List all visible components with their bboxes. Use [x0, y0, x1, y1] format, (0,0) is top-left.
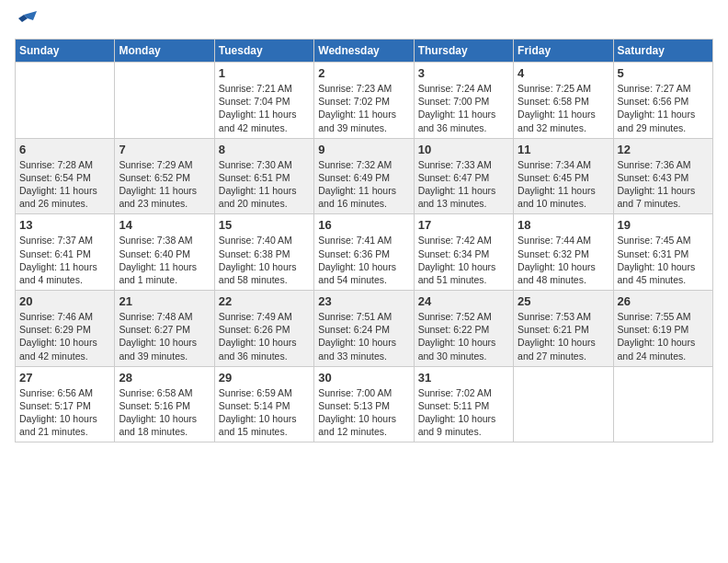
day-info: Sunrise: 7:28 AMSunset: 6:54 PMDaylight:… [19, 158, 110, 211]
calendar-day-header: Tuesday [214, 40, 313, 63]
day-number: 23 [318, 294, 409, 308]
calendar-cell: 5Sunrise: 7:27 AMSunset: 6:56 PMDaylight… [613, 63, 712, 139]
day-info: Sunrise: 7:23 AMSunset: 7:02 PMDaylight:… [318, 82, 409, 134]
calendar-cell: 7Sunrise: 7:29 AMSunset: 6:52 PMDaylight… [115, 138, 214, 214]
logo [15, 15, 37, 28]
day-info: Sunrise: 7:44 AMSunset: 6:32 PMDaylight:… [518, 234, 609, 286]
calendar-day-header: Monday [115, 40, 214, 63]
day-number: 10 [418, 143, 509, 156]
day-number: 31 [418, 371, 509, 385]
day-info: Sunrise: 7:02 AMSunset: 5:11 PMDaylight:… [418, 386, 509, 439]
day-number: 15 [219, 218, 310, 232]
day-number: 1 [219, 66, 310, 80]
day-number: 19 [618, 218, 709, 232]
calendar-cell: 26Sunrise: 7:55 AMSunset: 6:19 PMDayligh… [613, 291, 712, 367]
day-number: 21 [119, 294, 210, 308]
calendar-cell: 11Sunrise: 7:34 AMSunset: 6:45 PMDayligh… [514, 138, 613, 214]
day-number: 24 [418, 294, 509, 308]
day-info: Sunrise: 7:34 AMSunset: 6:45 PMDaylight:… [518, 158, 609, 211]
calendar-cell: 6Sunrise: 7:28 AMSunset: 6:54 PMDaylight… [16, 138, 115, 214]
calendar-day-header: Sunday [16, 40, 115, 63]
calendar-cell: 14Sunrise: 7:38 AMSunset: 6:40 PMDayligh… [115, 214, 214, 291]
day-number: 5 [618, 66, 709, 80]
day-number: 14 [119, 218, 210, 232]
day-info: Sunrise: 7:37 AMSunset: 6:41 PMDaylight:… [19, 234, 110, 286]
day-info: Sunrise: 7:55 AMSunset: 6:19 PMDaylight:… [618, 310, 709, 362]
calendar-cell: 18Sunrise: 7:44 AMSunset: 6:32 PMDayligh… [514, 214, 613, 291]
calendar-cell: 21Sunrise: 7:48 AMSunset: 6:27 PMDayligh… [115, 291, 214, 367]
day-number: 16 [318, 218, 409, 232]
calendar-cell: 3Sunrise: 7:24 AMSunset: 7:00 PMDaylight… [414, 63, 513, 139]
day-info: Sunrise: 7:00 AMSunset: 5:13 PMDaylight:… [318, 386, 409, 439]
day-info: Sunrise: 7:41 AMSunset: 6:36 PMDaylight:… [318, 234, 409, 286]
calendar-cell [115, 63, 214, 139]
day-number: 7 [119, 143, 210, 156]
day-number: 27 [19, 371, 110, 385]
day-info: Sunrise: 7:48 AMSunset: 6:27 PMDaylight:… [119, 310, 210, 362]
day-number: 29 [219, 371, 310, 385]
day-info: Sunrise: 7:45 AMSunset: 6:31 PMDaylight:… [618, 234, 709, 286]
day-number: 17 [418, 218, 509, 232]
page-header [15, 15, 713, 28]
calendar-week-row: 13Sunrise: 7:37 AMSunset: 6:41 PMDayligh… [16, 214, 713, 291]
day-info: Sunrise: 6:59 AMSunset: 5:14 PMDaylight:… [219, 386, 310, 439]
calendar-cell: 23Sunrise: 7:51 AMSunset: 6:24 PMDayligh… [314, 291, 414, 367]
calendar-week-row: 20Sunrise: 7:46 AMSunset: 6:29 PMDayligh… [16, 291, 713, 367]
day-info: Sunrise: 6:56 AMSunset: 5:17 PMDaylight:… [19, 386, 110, 439]
calendar-cell: 2Sunrise: 7:23 AMSunset: 7:02 PMDaylight… [314, 63, 414, 139]
day-info: Sunrise: 7:21 AMSunset: 7:04 PMDaylight:… [219, 82, 310, 134]
calendar-day-header: Saturday [613, 40, 712, 63]
logo-bird-icon [17, 11, 37, 31]
day-info: Sunrise: 7:30 AMSunset: 6:51 PMDaylight:… [219, 158, 310, 211]
calendar-cell: 20Sunrise: 7:46 AMSunset: 6:29 PMDayligh… [16, 291, 115, 367]
calendar-table: SundayMondayTuesdayWednesdayThursdayFrid… [15, 39, 713, 442]
calendar-cell: 22Sunrise: 7:49 AMSunset: 6:26 PMDayligh… [214, 291, 313, 367]
calendar-cell: 9Sunrise: 7:32 AMSunset: 6:49 PMDaylight… [314, 138, 414, 214]
day-number: 30 [318, 371, 409, 385]
day-number: 11 [518, 143, 609, 156]
day-number: 18 [518, 218, 609, 232]
day-info: Sunrise: 7:32 AMSunset: 6:49 PMDaylight:… [318, 158, 409, 211]
calendar-day-header: Thursday [414, 40, 513, 63]
calendar-week-row: 6Sunrise: 7:28 AMSunset: 6:54 PMDaylight… [16, 138, 713, 214]
day-info: Sunrise: 7:52 AMSunset: 6:22 PMDaylight:… [418, 310, 509, 362]
day-number: 8 [219, 143, 310, 156]
calendar-cell: 13Sunrise: 7:37 AMSunset: 6:41 PMDayligh… [16, 214, 115, 291]
day-number: 22 [219, 294, 310, 308]
day-number: 26 [618, 294, 709, 308]
calendar-day-header: Wednesday [314, 40, 414, 63]
day-info: Sunrise: 7:36 AMSunset: 6:43 PMDaylight:… [618, 158, 709, 211]
calendar-cell: 25Sunrise: 7:53 AMSunset: 6:21 PMDayligh… [514, 291, 613, 367]
day-number: 25 [518, 294, 609, 308]
calendar-cell [16, 63, 115, 139]
calendar-cell: 19Sunrise: 7:45 AMSunset: 6:31 PMDayligh… [613, 214, 712, 291]
day-info: Sunrise: 7:40 AMSunset: 6:38 PMDaylight:… [219, 234, 310, 286]
calendar-week-row: 1Sunrise: 7:21 AMSunset: 7:04 PMDaylight… [16, 63, 713, 139]
calendar-cell [514, 366, 613, 442]
calendar-cell: 12Sunrise: 7:36 AMSunset: 6:43 PMDayligh… [613, 138, 712, 214]
day-number: 3 [418, 66, 509, 80]
calendar-cell: 4Sunrise: 7:25 AMSunset: 6:58 PMDaylight… [514, 63, 613, 139]
calendar-cell: 15Sunrise: 7:40 AMSunset: 6:38 PMDayligh… [214, 214, 313, 291]
day-number: 9 [318, 143, 409, 156]
calendar-cell: 29Sunrise: 6:59 AMSunset: 5:14 PMDayligh… [214, 366, 313, 442]
day-number: 28 [119, 371, 210, 385]
day-info: Sunrise: 7:24 AMSunset: 7:00 PMDaylight:… [418, 82, 509, 134]
calendar-week-row: 27Sunrise: 6:56 AMSunset: 5:17 PMDayligh… [16, 366, 713, 442]
calendar-header-row: SundayMondayTuesdayWednesdayThursdayFrid… [16, 40, 713, 63]
calendar-cell: 10Sunrise: 7:33 AMSunset: 6:47 PMDayligh… [414, 138, 513, 214]
calendar-cell: 30Sunrise: 7:00 AMSunset: 5:13 PMDayligh… [314, 366, 414, 442]
day-info: Sunrise: 7:42 AMSunset: 6:34 PMDaylight:… [418, 234, 509, 286]
calendar-cell: 27Sunrise: 6:56 AMSunset: 5:17 PMDayligh… [16, 366, 115, 442]
calendar-cell: 31Sunrise: 7:02 AMSunset: 5:11 PMDayligh… [414, 366, 513, 442]
day-info: Sunrise: 7:27 AMSunset: 6:56 PMDaylight:… [618, 82, 709, 134]
day-number: 13 [19, 218, 110, 232]
day-info: Sunrise: 7:49 AMSunset: 6:26 PMDaylight:… [219, 310, 310, 362]
day-info: Sunrise: 7:33 AMSunset: 6:47 PMDaylight:… [418, 158, 509, 211]
calendar-cell: 28Sunrise: 6:58 AMSunset: 5:16 PMDayligh… [115, 366, 214, 442]
calendar-cell [613, 366, 712, 442]
calendar-day-header: Friday [514, 40, 613, 63]
day-number: 20 [19, 294, 110, 308]
day-info: Sunrise: 7:29 AMSunset: 6:52 PMDaylight:… [119, 158, 210, 211]
day-info: Sunrise: 7:51 AMSunset: 6:24 PMDaylight:… [318, 310, 409, 362]
